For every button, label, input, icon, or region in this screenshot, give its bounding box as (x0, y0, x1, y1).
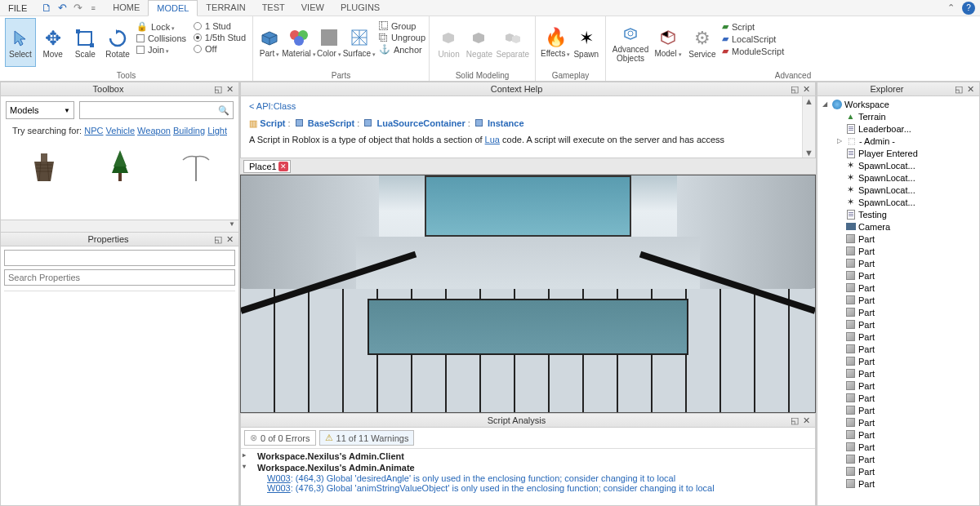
collapse-icon[interactable]: ◢ (821, 100, 829, 108)
select-tool[interactable]: Select (5, 18, 36, 67)
surface-button[interactable]: Surface (343, 18, 376, 67)
properties-object-select[interactable] (4, 250, 235, 266)
new-icon[interactable]: 🗋 (40, 2, 53, 15)
tree-item[interactable]: Part (819, 245, 978, 257)
tree-item[interactable]: Part (819, 355, 978, 367)
union-button[interactable]: Union (434, 18, 463, 67)
close-icon[interactable]: ✕ (800, 84, 812, 95)
scroll-down-icon[interactable]: ▼ (804, 148, 813, 158)
scale-tool[interactable]: Scale (70, 18, 101, 67)
warnings-tab[interactable]: ⚠11 of 11 Warnings (319, 430, 415, 446)
part-button[interactable]: Part (258, 18, 281, 67)
ungroup-button[interactable]: ⿻Ungroup (379, 33, 425, 42)
group-button[interactable]: ⿺Group (379, 21, 425, 31)
service-button[interactable]: ⚙Service (686, 18, 719, 67)
insert-modulescript[interactable]: ▰ModuleScript (722, 46, 794, 56)
separate-button[interactable]: Separate (496, 18, 530, 67)
anchor-button[interactable]: ⚓Anchor (379, 44, 425, 55)
tree-item[interactable]: Part (819, 306, 978, 318)
join-toggle[interactable]: Join (136, 45, 189, 55)
toolbox-item[interactable] (26, 147, 62, 183)
suggest-link[interactable]: Building (173, 126, 205, 135)
toolbox-scroll-down[interactable]: ▼ (0, 220, 239, 232)
tree-item[interactable]: Part (819, 441, 978, 453)
toolbox-search-input[interactable] (83, 105, 218, 115)
negate-button[interactable]: Negate (465, 18, 493, 67)
scrollbar[interactable]: ▲▼ (802, 96, 815, 158)
close-icon[interactable]: ✕ (224, 234, 235, 245)
tree-item[interactable]: Part (819, 380, 978, 392)
snap-off[interactable]: Off (194, 44, 246, 54)
tree-item[interactable]: ✶SpawnLocat... (819, 159, 978, 171)
lua-link[interactable]: Lua (485, 135, 500, 144)
lock-toggle[interactable]: 🔒Lock (136, 21, 189, 32)
tree-item[interactable]: Part (819, 257, 978, 269)
tree-item[interactable]: Part (819, 477, 978, 490)
suggest-link[interactable]: Vehicle (106, 126, 135, 135)
ribbon-tab-home[interactable]: HOME (105, 0, 148, 16)
tree-item[interactable]: ✶SpawnLocat... (819, 184, 978, 196)
tree-item[interactable]: Leaderboar... (819, 122, 978, 135)
toolbox-item[interactable] (102, 147, 138, 183)
errors-tab[interactable]: ⊗0 of 0 Errors (244, 430, 316, 446)
snap-fifth-stud[interactable]: 1/5th Stud (194, 33, 246, 42)
tree-item-workspace[interactable]: ◢Workspace (819, 98, 978, 110)
rotate-tool[interactable]: Rotate (102, 18, 133, 67)
file-menu[interactable]: FILE (0, 2, 35, 15)
suggest-link[interactable]: Weapon (137, 126, 171, 135)
tree-item[interactable]: Part (819, 404, 978, 416)
ribbon-tab-view[interactable]: VIEW (293, 0, 332, 16)
tree-item[interactable]: Part (819, 465, 978, 477)
tree-item[interactable]: ▲Terrain (819, 110, 978, 122)
insert-localscript[interactable]: ▰LocalScript (722, 33, 794, 44)
tree-item[interactable]: Part (819, 269, 978, 282)
close-icon[interactable]: ✕ (800, 415, 812, 426)
viewport-3d[interactable] (240, 175, 816, 413)
class-link[interactable]: LuaSourceContainer (374, 118, 467, 128)
analysis-group[interactable]: ▾Workspace.Nexilus's Admin.Animate (246, 462, 810, 473)
toolbox-search[interactable]: 🔍 (79, 101, 234, 119)
undock-icon[interactable]: ◱ (789, 84, 800, 95)
tree-item[interactable]: Part (819, 428, 978, 441)
advanced-objects-button[interactable]: Advanced Objects (611, 18, 650, 67)
ribbon-tab-plugins[interactable]: PLUGINS (332, 0, 388, 16)
close-icon[interactable]: ✕ (964, 84, 976, 95)
suggest-link[interactable]: NPC (84, 126, 103, 135)
color-button[interactable]: Color (317, 18, 341, 67)
toolbox-category-select[interactable]: Models▼ (6, 101, 74, 119)
undock-icon[interactable]: ◱ (212, 84, 224, 95)
tree-item[interactable]: Camera (819, 220, 978, 233)
help-icon[interactable]: ? (962, 2, 975, 15)
class-link[interactable]: Instance (485, 118, 524, 128)
context-back-link[interactable]: < API:Class (249, 101, 807, 111)
ribbon-tab-terrain[interactable]: TERRAIN (198, 0, 253, 16)
expand-icon[interactable]: ▷ (835, 137, 844, 144)
spawn-button[interactable]: ✶Spawn (572, 18, 600, 67)
tree-item[interactable]: ▷⬚- Admin - (819, 135, 978, 147)
undock-icon[interactable]: ◱ (953, 84, 964, 95)
collapse-ribbon-icon[interactable]: ⌃ (944, 2, 957, 15)
model-button[interactable]: Model (652, 18, 684, 67)
snap-1stud[interactable]: 1 Stud (194, 21, 246, 31)
insert-script[interactable]: ▰Script (722, 21, 794, 32)
move-tool[interactable]: ✥Move (38, 18, 69, 67)
ribbon-tab-test[interactable]: TEST (254, 0, 293, 16)
tree-item[interactable]: Part (819, 233, 978, 245)
close-icon[interactable]: ✕ (224, 84, 235, 95)
ribbon-tab-model[interactable]: MODEL (148, 0, 198, 16)
tree-item[interactable]: Part (819, 453, 978, 465)
toolbox-item[interactable] (178, 147, 214, 183)
effects-button[interactable]: 🔥Effects (541, 18, 570, 67)
suggest-link[interactable]: Light (207, 126, 227, 135)
redo-icon[interactable]: ↷ (71, 2, 84, 15)
tree-item[interactable]: ✶SpawnLocat... (819, 196, 978, 208)
material-button[interactable]: Material (283, 18, 315, 67)
tree-item[interactable]: Part (819, 367, 978, 380)
properties-search-input[interactable] (5, 270, 234, 285)
search-icon[interactable]: 🔍 (218, 105, 229, 116)
collisions-toggle[interactable]: Collisions (136, 33, 189, 43)
tree-item[interactable]: Player Entered (819, 147, 978, 159)
tree-item[interactable]: Part (819, 392, 978, 404)
tree-item[interactable]: ✶SpawnLocat... (819, 171, 978, 184)
analysis-warning[interactable]: W003: (464,3) Global 'desiredAngle' is o… (246, 473, 810, 483)
